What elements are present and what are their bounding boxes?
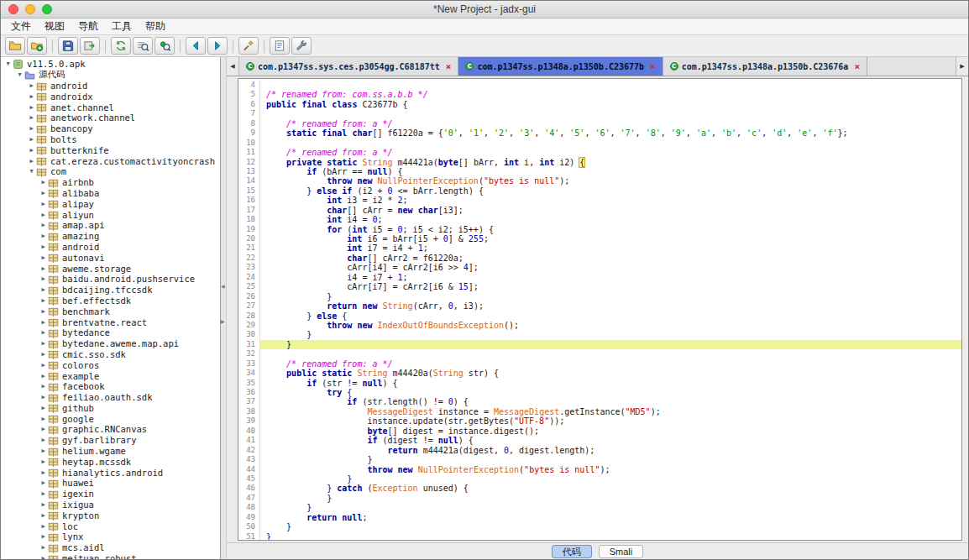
menu-item-tools[interactable]: 工具 <box>105 18 139 34</box>
expand-icon[interactable]: ▶ <box>27 93 36 100</box>
expand-icon[interactable]: ▶ <box>39 340 48 347</box>
tab-scroll-right-button[interactable]: ▶ <box>956 57 968 76</box>
code-line[interactable]: 28 } else { <box>238 311 961 321</box>
expand-icon[interactable]: ▶ <box>39 243 48 250</box>
expand-icon[interactable]: ▶ <box>39 297 48 304</box>
tree-node[interactable]: ▶github <box>1 403 220 414</box>
code-line[interactable]: 14 throw new NullPointerException("bytes… <box>238 176 961 186</box>
expand-icon[interactable]: ▶ <box>27 136 36 143</box>
tree-node[interactable]: ▶graphic.RNCanvas <box>1 424 220 435</box>
code-line[interactable]: 15 } else if (i2 + 0 <= bArr.length) { <box>238 186 961 196</box>
expand-icon[interactable]: ▶ <box>27 114 36 121</box>
code-line[interactable]: 27 return new String(cArr, 0, i3); <box>238 301 961 311</box>
tree-node[interactable]: ▶aliyun <box>1 209 220 220</box>
tab[interactable]: Ccom.p1347ss.p1348a.p1350b.C23677b× <box>458 57 663 76</box>
code-line[interactable]: 43 } <box>238 455 961 464</box>
tree-node[interactable]: ▶loc <box>1 521 220 531</box>
code-line[interactable]: 8 /* renamed from: a */ <box>238 119 961 128</box>
expand-icon[interactable]: ▶ <box>39 362 48 369</box>
tree-node[interactable]: ▶bolts <box>1 134 220 145</box>
expand-icon[interactable]: ▶ <box>39 437 48 443</box>
code-line[interactable]: 5/* renamed from: com.ss.a.b.b */ <box>238 90 961 99</box>
expand-icon[interactable]: ▶ <box>39 458 48 465</box>
tree-node[interactable]: ▶alipay <box>1 198 220 209</box>
expand-icon[interactable]: ▶ <box>39 394 48 400</box>
tree-node[interactable]: ▶autonavi <box>1 252 220 263</box>
text-search-button[interactable] <box>133 37 153 55</box>
expand-icon[interactable]: ▶ <box>39 308 48 315</box>
expand-icon[interactable]: ▶ <box>39 533 48 540</box>
tree-node[interactable]: ▶amazing <box>1 231 220 242</box>
code-line[interactable]: 32 <box>238 349 961 359</box>
expand-icon[interactable]: ▶ <box>39 222 48 228</box>
tree-node[interactable]: ▼com <box>1 166 220 177</box>
expand-icon[interactable]: ▶ <box>39 254 48 261</box>
class-search-button[interactable] <box>155 37 175 55</box>
nav-back-button[interactable] <box>186 37 206 55</box>
tree-node[interactable]: ▶alibaba <box>1 188 220 199</box>
code-line[interactable]: 16 int i3 = i2 * 2; <box>238 196 961 205</box>
code-line[interactable]: 21 int i7 = i4 + 1; <box>238 243 961 253</box>
menu-item-help[interactable]: 帮助 <box>139 18 172 34</box>
code-line[interactable]: 42 return m44421a(digest, 0, digest.leng… <box>238 446 961 455</box>
expand-icon[interactable]: ▶ <box>39 490 48 497</box>
nav-forward-button[interactable] <box>207 37 228 55</box>
code-line[interactable]: 45 } <box>238 474 961 484</box>
expand-icon[interactable]: ▶ <box>27 158 36 165</box>
tree-node[interactable]: ▶cmic.sso.sdk <box>1 349 220 360</box>
code-line[interactable]: 30 } <box>238 330 961 339</box>
code-line[interactable]: 17 char[] cArr = new char[i3]; <box>238 206 961 215</box>
tree-node[interactable]: ▶benchmark <box>1 306 220 317</box>
tree-node[interactable]: ▶bdcaijing.tfccsdk <box>1 285 220 296</box>
expand-icon[interactable]: ▶ <box>27 82 36 89</box>
expand-icon[interactable]: ▶ <box>39 233 48 239</box>
code-line[interactable]: 12 private static String m44421a(byte[] … <box>238 158 961 167</box>
smali-view-button[interactable]: Smali <box>599 545 644 558</box>
code-line[interactable]: 47 } <box>238 494 961 503</box>
code-line[interactable]: 39 instance.update(str.getBytes("UTF-8")… <box>238 416 961 426</box>
menu-item-file[interactable]: 文件 <box>4 18 38 34</box>
tree-node[interactable]: ▶bytedance <box>1 327 220 338</box>
code-editor[interactable]: 45/* renamed from: com.ss.a.b.b */6publi… <box>238 78 962 541</box>
tree-node[interactable]: ▶feiliao.oauth.sdk <box>1 392 220 403</box>
code-line[interactable]: 4 <box>238 81 961 90</box>
expand-icon[interactable]: ▶ <box>39 329 48 336</box>
code-line[interactable]: 23 cArr[i4] = cArr2[i6 >> 4]; <box>238 263 961 272</box>
tree-node[interactable]: ▶hianalytics.android <box>1 467 220 478</box>
tree-node[interactable]: ▶helium.wgame <box>1 446 220 457</box>
tree-node[interactable]: ▶android <box>1 81 220 92</box>
tree-node[interactable]: ▶coloros <box>1 359 220 370</box>
code-view-button[interactable]: 代码 <box>552 545 592 558</box>
tree-node[interactable]: ▶huawei <box>1 478 220 489</box>
tab-close-icon[interactable]: × <box>446 61 452 72</box>
tree-node[interactable]: ▶airbnb <box>1 177 220 188</box>
tree-node[interactable]: ▶bytedane.aweme.map.api <box>1 338 220 349</box>
code-line[interactable]: 22 char[] cArr2 = f61220a; <box>238 254 961 263</box>
tree-node[interactable]: ▶mcs.aidl <box>1 542 220 553</box>
code-line[interactable]: 37 if (str.length() != 0) { <box>238 397 961 406</box>
preferences-button[interactable] <box>291 37 312 55</box>
tree-node[interactable]: ▶gyf.barlibrary <box>1 435 220 446</box>
code-line[interactable]: 26 } <box>238 292 961 301</box>
tree-node[interactable]: ▼v11.5.0.apk <box>1 59 220 70</box>
expand-icon[interactable]: ▶ <box>39 512 48 519</box>
code-line[interactable]: 33 /* renamed from: a */ <box>238 359 961 369</box>
zoom-window-button[interactable] <box>42 4 52 14</box>
code-line[interactable]: 19 for (int i5 = 0; i5 < i2; i5++) { <box>238 225 961 234</box>
expand-icon[interactable]: ▶ <box>39 479 48 486</box>
code-line[interactable]: 48 } <box>238 503 961 512</box>
log-viewer-button[interactable] <box>270 37 290 55</box>
tab-close-icon[interactable]: × <box>854 61 860 72</box>
expand-icon[interactable]: ▶ <box>39 426 48 432</box>
expand-icon[interactable]: ▶ <box>39 523 48 530</box>
menu-item-navigation[interactable]: 导航 <box>71 18 105 34</box>
expand-icon[interactable]: ▶ <box>39 469 48 476</box>
tree-node[interactable]: ▶ixigua <box>1 500 220 510</box>
expand-icon[interactable]: ▶ <box>39 265 48 272</box>
splitter-collapse-left-icon[interactable]: ◀ <box>221 283 225 290</box>
code-line[interactable]: 36 try { <box>238 388 961 397</box>
expand-icon[interactable]: ▶ <box>27 125 36 132</box>
tab[interactable]: Ccom.p1347ss.sys.ces.p3054gg.C68187tt× <box>239 57 458 76</box>
tree-node[interactable]: ▶anetwork.channel <box>1 113 220 123</box>
expand-icon[interactable]: ▶ <box>39 201 48 207</box>
